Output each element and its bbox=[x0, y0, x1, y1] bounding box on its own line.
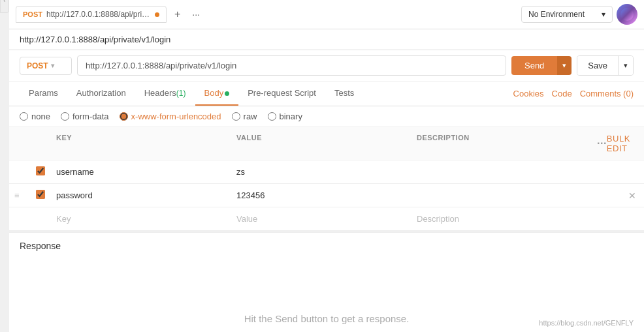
url-display-bar: http://127.0.0.1:8888/api/private/v1/log… bbox=[9, 29, 644, 50]
watermark: https://blog.csdn.net/GENFLY bbox=[539, 319, 634, 327]
svg-point-0 bbox=[620, 8, 634, 21]
save-button-group: Save ▾ bbox=[577, 55, 634, 76]
tab-params[interactable]: Params bbox=[20, 82, 67, 106]
row1-checkbox-cell bbox=[30, 164, 51, 180]
row1-key-cell bbox=[51, 164, 231, 179]
row2-value-input[interactable] bbox=[236, 190, 406, 200]
table-row bbox=[9, 160, 644, 184]
new-row-drag bbox=[9, 217, 30, 222]
row1-desc-cell bbox=[411, 164, 592, 179]
more-dots-icon[interactable]: ··· bbox=[597, 138, 607, 149]
th-actions: ··· Bulk Edit bbox=[592, 131, 644, 156]
new-row bbox=[9, 207, 644, 231]
row1-value-cell bbox=[231, 164, 411, 179]
new-row-key-cell bbox=[51, 211, 231, 226]
row2-delete-button[interactable]: ✕ bbox=[626, 190, 639, 201]
url-input[interactable] bbox=[77, 55, 506, 76]
env-selector: No Environment ▾ bbox=[521, 4, 637, 25]
th-check bbox=[30, 131, 51, 156]
new-row-actions bbox=[592, 217, 644, 222]
th-value: VALUE bbox=[231, 131, 411, 156]
row2-checkbox[interactable] bbox=[35, 190, 46, 199]
row2-drag: ≡ bbox=[9, 188, 30, 203]
tab-prerequest[interactable]: Pre-request Script bbox=[238, 82, 325, 106]
code-link[interactable]: Code bbox=[552, 89, 572, 98]
add-tab-button[interactable]: + bbox=[170, 7, 184, 22]
response-title: Response bbox=[20, 241, 61, 251]
save-button[interactable]: Save bbox=[577, 56, 618, 75]
url-display-text: http://127.0.0.1:8888/api/private/v1/log… bbox=[20, 35, 170, 44]
request-bar: POST ▾ Send ▾ Save ▾ bbox=[9, 50, 644, 82]
tab-headers[interactable]: Headers(1) bbox=[135, 82, 195, 106]
tab-right-links: Cookies Code Comments (0) bbox=[513, 89, 634, 98]
row2-desc-input[interactable] bbox=[417, 190, 587, 200]
env-dropdown[interactable]: No Environment ▾ bbox=[521, 6, 613, 23]
row2-checkbox-cell bbox=[30, 187, 51, 204]
params-table: KEY VALUE DESCRIPTION ··· Bulk Edit bbox=[9, 127, 644, 231]
tab-method-badge: POST bbox=[23, 10, 42, 18]
row1-actions bbox=[592, 170, 644, 175]
row2-key-input[interactable] bbox=[56, 190, 226, 200]
option-binary[interactable]: binary bbox=[268, 112, 302, 121]
tab-authorization[interactable]: Authorization bbox=[67, 82, 135, 106]
row2-actions: ✕ bbox=[592, 188, 644, 204]
tab-body[interactable]: Body bbox=[195, 82, 239, 106]
th-drag bbox=[9, 131, 30, 156]
request-tab[interactable]: POST http://127.0.0.1:8888/api/privat bbox=[16, 6, 167, 23]
row2-key-cell bbox=[51, 188, 231, 203]
send-dropdown-button[interactable]: ▾ bbox=[557, 56, 572, 75]
table-row: ≡ ✕ bbox=[9, 184, 644, 207]
row2-value-cell bbox=[231, 188, 411, 203]
tab-modified-dot bbox=[155, 12, 159, 17]
new-row-key-input[interactable] bbox=[56, 214, 226, 224]
row1-checkbox[interactable] bbox=[35, 166, 46, 175]
th-description: DESCRIPTION bbox=[411, 131, 592, 156]
tab-tests[interactable]: Tests bbox=[325, 82, 363, 106]
option-x-www-form-urlencoded[interactable]: x-www-form-urlencoded bbox=[120, 112, 221, 121]
new-row-desc-input[interactable] bbox=[417, 214, 587, 224]
row1-desc-input[interactable] bbox=[417, 167, 587, 177]
env-label: No Environment bbox=[528, 10, 585, 19]
more-tabs-button[interactable]: ··· bbox=[188, 8, 204, 21]
tab-url-short: http://127.0.0.1:8888/api/privat bbox=[46, 10, 151, 19]
row1-value-input[interactable] bbox=[236, 167, 406, 177]
row1-key-input[interactable] bbox=[56, 167, 226, 177]
new-row-value-input[interactable] bbox=[236, 214, 406, 224]
body-active-dot bbox=[225, 91, 229, 96]
th-key: KEY bbox=[51, 131, 231, 156]
hit-send-message: Hit the Send button to get a response. bbox=[244, 313, 410, 324]
option-raw[interactable]: raw bbox=[232, 112, 257, 121]
send-button-group: Send ▾ bbox=[511, 56, 572, 75]
request-tabs-row: Params Authorization Headers(1) Body Pre… bbox=[9, 82, 644, 106]
table-header-row: KEY VALUE DESCRIPTION ··· Bulk Edit bbox=[9, 127, 644, 160]
left-sidebar-toggle[interactable]: ‹ bbox=[0, 0, 9, 13]
avatar[interactable] bbox=[617, 4, 637, 25]
tab-bar: POST http://127.0.0.1:8888/api/privat + … bbox=[9, 0, 644, 29]
bulk-edit-button[interactable]: Bulk Edit bbox=[607, 134, 639, 153]
new-row-check bbox=[30, 217, 51, 222]
row1-drag bbox=[9, 170, 30, 175]
save-dropdown-button[interactable]: ▾ bbox=[618, 56, 633, 75]
option-none[interactable]: none bbox=[20, 112, 50, 121]
new-row-desc-cell bbox=[411, 211, 592, 226]
method-arrow-icon: ▾ bbox=[51, 62, 54, 69]
option-form-data[interactable]: form-data bbox=[61, 112, 109, 121]
row2-desc-cell bbox=[411, 188, 592, 203]
send-button[interactable]: Send bbox=[511, 56, 557, 75]
new-row-value-cell bbox=[231, 211, 411, 226]
response-section: Response bbox=[9, 232, 644, 259]
method-label: POST bbox=[27, 61, 48, 70]
cookies-link[interactable]: Cookies bbox=[513, 89, 544, 98]
body-type-options: none form-data x-www-form-urlencoded raw… bbox=[9, 106, 644, 127]
env-arrow-icon: ▾ bbox=[602, 10, 605, 19]
method-selector[interactable]: POST ▾ bbox=[20, 57, 72, 75]
comments-link[interactable]: Comments (0) bbox=[580, 89, 634, 98]
